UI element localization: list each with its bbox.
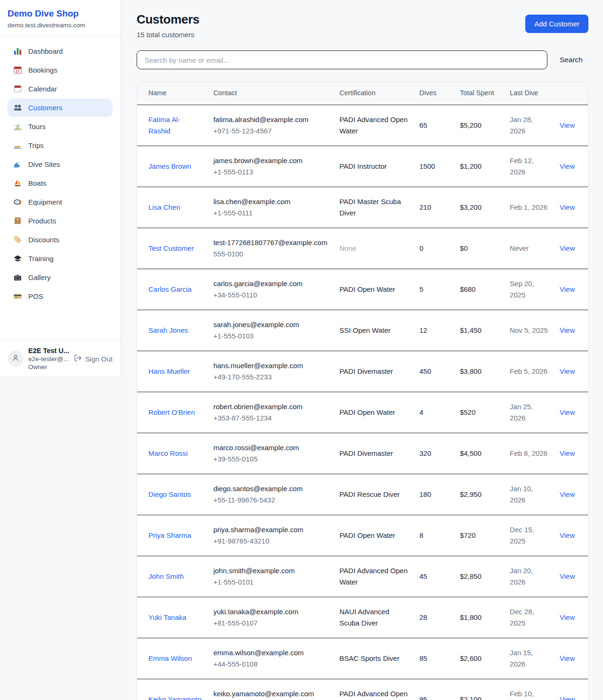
shop-domain: demo.test.divestreams.com bbox=[8, 22, 113, 29]
sailboat-icon bbox=[13, 179, 22, 188]
customer-certification: PADI Divemaster bbox=[339, 449, 393, 457]
customer-email: carlos.garcia@example.com bbox=[213, 278, 328, 289]
customer-name-link[interactable]: Diego Santos bbox=[148, 489, 191, 500]
customer-name-link[interactable]: Priya Sharma bbox=[148, 530, 191, 541]
customer-certification: PADI Rescue Diver bbox=[339, 490, 399, 498]
customer-total-spent: $720 bbox=[460, 531, 475, 539]
page-subtitle: 15 total customers bbox=[137, 31, 199, 39]
column-header-dives: Dives bbox=[414, 82, 454, 105]
view-link[interactable]: View bbox=[560, 572, 575, 580]
sidebar-item-trips[interactable]: Trips bbox=[8, 136, 113, 155]
sidebar-item-label: Trips bbox=[28, 141, 44, 149]
sidebar-item-calendar[interactable]: Calendar bbox=[8, 80, 113, 98]
bar-chart-icon bbox=[13, 47, 22, 56]
sidebar-item-dashboard[interactable]: Dashboard bbox=[8, 42, 113, 60]
customer-name-link[interactable]: Sarah Jones bbox=[148, 325, 188, 336]
grad-cap-icon bbox=[13, 254, 22, 263]
camera-icon bbox=[13, 273, 22, 282]
customer-name-link[interactable]: James Brown bbox=[148, 161, 191, 172]
add-customer-button[interactable]: Add Customer bbox=[525, 15, 588, 33]
view-link[interactable]: View bbox=[560, 326, 575, 334]
table-row: Sarah Jones sarah.jones@example.com +1-5… bbox=[137, 310, 588, 351]
sign-out-button[interactable]: Sign Out bbox=[74, 354, 113, 363]
user-name: E2E Test U... bbox=[28, 347, 69, 354]
customer-phone: +91-98765-43210 bbox=[213, 535, 328, 547]
customer-last-dive: Dec 15, 2025 bbox=[510, 526, 534, 545]
customer-name-link[interactable]: Emma Wilson bbox=[148, 653, 192, 664]
sidebar-item-label: Training bbox=[28, 255, 54, 263]
search-input[interactable] bbox=[137, 50, 547, 69]
sidebar-item-training[interactable]: Training bbox=[8, 249, 113, 268]
customer-name-link[interactable]: Robert O'Brien bbox=[148, 407, 195, 418]
sidebar-item-dive-sites[interactable]: Dive Sites bbox=[8, 155, 113, 173]
search-row: Search bbox=[137, 50, 588, 69]
customer-phone: +39-555-0105 bbox=[213, 453, 328, 465]
customer-name-link[interactable]: Carlos Garcia bbox=[148, 284, 192, 295]
view-link[interactable]: View bbox=[560, 613, 575, 621]
customer-name-link[interactable]: John Smith bbox=[148, 571, 184, 582]
customer-email: priya.sharma@example.com bbox=[213, 524, 328, 535]
sidebar-item-label: Dashboard bbox=[28, 47, 63, 55]
customer-name-link[interactable]: Test Customer bbox=[148, 243, 194, 254]
customer-email: james.brown@example.com bbox=[213, 155, 328, 166]
sidebar-item-label: POS bbox=[28, 292, 43, 300]
sidebar-item-equipment[interactable]: Equipment bbox=[8, 193, 113, 211]
customer-dives: 28 bbox=[419, 613, 427, 621]
view-link[interactable]: View bbox=[560, 162, 575, 170]
sidebar-item-discounts[interactable]: Discounts bbox=[8, 231, 113, 249]
main-content: Customers 15 total customers Add Custome… bbox=[121, 0, 603, 700]
view-link[interactable]: View bbox=[560, 244, 575, 252]
customer-name-link[interactable]: Hans Mueller bbox=[148, 366, 190, 377]
customer-email: yuki.tanaka@example.com bbox=[213, 606, 328, 618]
customer-total-spent: $680 bbox=[460, 285, 475, 293]
column-header-name: Name bbox=[137, 82, 208, 105]
table-row: John Smith john.smith@example.com +1-555… bbox=[137, 556, 588, 597]
table-row: Keiko Yamamoto keiko.yamamoto@example.co… bbox=[137, 679, 588, 700]
view-link[interactable]: View bbox=[560, 490, 575, 498]
sidebar-item-pos[interactable]: POS bbox=[8, 287, 113, 305]
customer-name-link[interactable]: Yuki Tanaka bbox=[148, 612, 187, 623]
sidebar-item-boats[interactable]: Boats bbox=[8, 174, 113, 192]
main-header: Customers 15 total customers Add Custome… bbox=[137, 12, 588, 39]
view-link[interactable]: View bbox=[560, 531, 575, 539]
view-link[interactable]: View bbox=[560, 121, 575, 129]
column-header-actions bbox=[554, 82, 588, 105]
sidebar-item-label: Boats bbox=[28, 179, 46, 187]
view-link[interactable]: View bbox=[560, 203, 575, 211]
view-link[interactable]: View bbox=[560, 408, 575, 416]
customer-total-spent: $2,950 bbox=[460, 490, 481, 498]
customer-phone: +49-170-555-2233 bbox=[213, 371, 328, 383]
search-button[interactable]: Search bbox=[560, 56, 583, 64]
sidebar-item-products[interactable]: Products bbox=[8, 212, 113, 230]
sidebar-item-label: Discounts bbox=[28, 236, 59, 244]
table-row: Lisa Chen lisa.chen@example.com +1-555-0… bbox=[137, 187, 588, 228]
table-row: James Brown james.brown@example.com +1-5… bbox=[137, 146, 588, 187]
view-link[interactable]: View bbox=[560, 367, 575, 375]
view-link[interactable]: View bbox=[560, 285, 575, 293]
customer-last-dive: Feb 8, 2026 bbox=[510, 449, 547, 457]
customer-email: diego.santos@example.com bbox=[213, 483, 328, 494]
customer-name-link[interactable]: Fatima Al-Rashid bbox=[148, 114, 202, 137]
customer-email: robert.obrien@example.com bbox=[213, 401, 328, 412]
customer-total-spent: $2,850 bbox=[460, 572, 481, 580]
view-link[interactable]: View bbox=[560, 695, 575, 700]
sidebar-item-tours[interactable]: Tours bbox=[8, 117, 113, 136]
customer-last-dive: Sep 20, 2025 bbox=[510, 280, 534, 299]
table-row: Marco Rossi marco.rossi@example.com +39-… bbox=[137, 433, 588, 474]
view-link[interactable]: View bbox=[560, 449, 575, 457]
customer-dives: 210 bbox=[419, 203, 431, 211]
customer-name-link[interactable]: Lisa Chen bbox=[148, 202, 180, 213]
customer-last-dive: Feb 12, 2026 bbox=[510, 156, 534, 176]
customer-name-link[interactable]: Marco Rossi bbox=[148, 448, 187, 459]
customer-certification: PADI Open Water bbox=[339, 285, 395, 293]
customers-table-card: Name Contact Certification Dives Total S… bbox=[137, 82, 588, 700]
user-role: Owner bbox=[28, 363, 69, 371]
customer-name-link[interactable]: Keiko Yamamoto bbox=[148, 694, 202, 700]
sidebar-item-gallery[interactable]: Gallery bbox=[8, 268, 113, 287]
customer-dives: 450 bbox=[419, 367, 431, 375]
people-icon bbox=[13, 103, 22, 112]
sidebar-item-customers[interactable]: Customers bbox=[8, 99, 113, 117]
view-link[interactable]: View bbox=[560, 654, 575, 662]
sidebar-item-bookings[interactable]: 17 Bookings bbox=[8, 61, 113, 79]
customer-dives: 180 bbox=[419, 490, 431, 498]
